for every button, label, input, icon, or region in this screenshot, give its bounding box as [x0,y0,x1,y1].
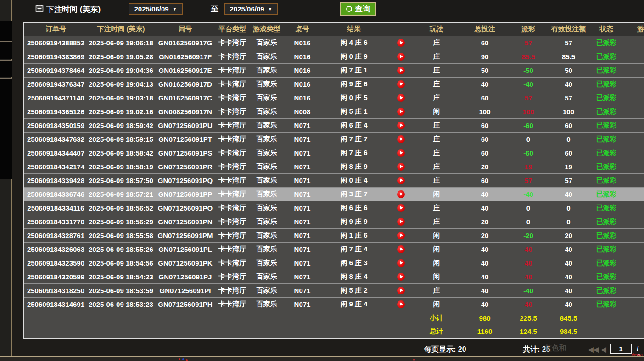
result-cell: 闲 9 庄 4 [319,297,388,311]
table-row[interactable]: 250609184326063 2025-06-09 18:55:26 GN07… [23,242,644,256]
total-payout: 124.5 [510,325,547,339]
pagination-prev-icon[interactable]: ◀ [601,345,606,354]
query-button-label: 查询 [355,4,370,14]
play-replay-icon[interactable] [397,80,405,88]
play-replay-icon[interactable] [397,94,405,102]
pagination-first-icon[interactable]: ◀◀ [588,345,599,354]
page-number-input[interactable] [610,344,632,354]
payout-cell: 57 [510,36,547,50]
replay-cell [388,173,414,187]
round-number-cell: GN071256091PT [154,132,216,146]
column-header: 订单号 [23,22,88,36]
table-row[interactable]: 250609194365126 2025-06-09 19:02:16 GN00… [23,105,644,118]
table-row[interactable]: 250609184318250 2025-06-09 18:53:59 GN07… [23,283,644,297]
play-replay-icon[interactable] [397,232,405,239]
table-row[interactable]: 250609184342174 2025-06-09 18:58:19 GN07… [23,160,644,173]
filter-label-text: 下注时间 (美东) [46,4,101,15]
total-bet-cell: 60 [459,91,510,105]
game-type-cell: 百家乐 [248,256,285,270]
bet-time-cell: 2025-06-09 19:06:18 [88,36,154,50]
table-number-cell: N071 [285,270,319,283]
total-bet-cell: 40 [459,77,510,91]
bet-time-cell: 2025-06-09 18:56:52 [88,201,154,215]
play-replay-icon[interactable] [397,163,405,171]
table-row[interactable]: 250609194378464 2025-06-09 19:04:36 GN01… [23,63,644,77]
table-row[interactable]: 250609184344407 2025-06-09 18:58:42 GN07… [23,146,644,160]
platform-type-cell: 卡卡湾厅 [216,242,248,256]
order-number-cell: 250609184328761 [23,228,88,242]
game-type-cell: 百家乐 [248,132,285,146]
play-replay-icon[interactable] [397,245,405,253]
table-row[interactable]: 250609184328761 2025-06-09 18:55:58 GN07… [23,228,644,242]
table-number-cell: N071 [285,215,319,228]
bet-time-cell: 2025-06-09 18:58:42 [88,146,154,160]
payout-cell: -60 [510,118,547,132]
play-replay-icon[interactable] [397,39,405,47]
order-number-cell: 250609194371140 [23,91,88,105]
play-replay-icon[interactable] [397,122,405,129]
table-row[interactable]: 250609184320599 2025-06-09 18:54:23 GN07… [23,270,644,283]
table-row[interactable]: 250609194376347 2025-06-09 19:04:13 GN01… [23,77,644,91]
play-replay-icon[interactable] [397,135,405,143]
empty-cell [23,325,414,339]
platform-type-cell: 卡卡湾厅 [216,105,248,118]
play-replay-icon[interactable] [397,53,405,61]
game-type-cell: 百家乐 [248,173,285,187]
status-cell: 已派彩 [590,228,622,242]
column-header [388,22,414,36]
play-replay-icon[interactable] [397,287,405,294]
table-row[interactable]: 250609194371140 2025-06-09 19:03:18 GN01… [23,91,644,105]
table-row[interactable]: 250609184336746 2025-06-09 18:57:21 GN07… [23,187,644,201]
query-button[interactable]: 查询 [340,2,376,16]
play-replay-icon[interactable] [397,67,405,74]
bet-time-cell: 2025-06-09 19:03:18 [88,91,154,105]
table-row[interactable]: 250609184350159 2025-06-09 18:59:42 GN07… [23,118,644,132]
roadmap-dot [186,359,188,361]
valid-bet-cell: 50 [547,63,590,77]
table-row[interactable]: 250609184331770 2025-06-09 18:56:29 GN07… [23,215,644,228]
date-from-picker[interactable]: 2025/06/09 ▼ [129,3,183,15]
status-cell: 已派彩 [590,201,622,215]
play-replay-icon[interactable] [397,218,405,226]
play-replay-icon[interactable] [397,190,405,198]
subtotal-label: 小计 [414,311,459,325]
table-row[interactable]: 250609184323590 2025-06-09 18:54:56 GN07… [23,256,644,270]
table-row[interactable]: 250609184347632 2025-06-09 18:59:15 GN07… [23,132,644,146]
game-extra-cell [622,160,644,173]
total-bet-cell: 20 [459,228,510,242]
play-replay-icon[interactable] [397,149,405,157]
order-number-cell: 250609184331770 [23,215,88,228]
game-extra-cell [622,173,644,187]
table-row[interactable]: 250609194388852 2025-06-09 19:06:18 GN01… [23,36,644,50]
replay-cell [388,283,414,297]
table-row[interactable]: 250609184334116 2025-06-09 18:56:52 GN07… [23,201,644,215]
play-replay-icon[interactable] [397,108,405,116]
replay-cell [388,160,414,173]
play-replay-icon[interactable] [397,273,405,281]
game-type-cell: 百家乐 [248,105,285,118]
payout-cell: 57 [510,91,547,105]
payout-cell: 40 [510,297,547,311]
table-number-cell: N071 [285,160,319,173]
column-header: 下注时间 (美东) [88,22,154,36]
date-to-picker[interactable]: 2025/06/09 ▼ [224,3,278,15]
table-row[interactable]: 250609194383869 2025-06-09 19:05:28 GN01… [23,50,644,63]
game-type-cell: 百家乐 [248,36,285,50]
game-extra-cell [622,146,644,160]
status-cell: 已派彩 [590,63,622,77]
table-row[interactable]: 250609184314691 2025-06-09 18:53:23 GN07… [23,297,644,311]
play-replay-icon[interactable] [397,300,405,308]
game-type-cell: 百家乐 [248,146,285,160]
valid-bet-cell: 40 [547,283,590,297]
status-cell: 已派彩 [590,256,622,270]
total-bet-cell: 20 [459,160,510,173]
play-replay-icon[interactable] [397,259,405,267]
play-replay-icon[interactable] [397,177,405,184]
round-number-cell: GN0082560917N [154,105,216,118]
play-replay-icon[interactable] [397,204,405,212]
bet-time-cell: 2025-06-09 18:57:21 [88,187,154,201]
round-number-cell: GN071256091PS [154,146,216,160]
table-row[interactable]: 250609184339428 2025-06-09 18:57:50 GN07… [23,173,644,187]
order-number-cell: 250609194378464 [23,63,88,77]
bet-time-cell: 2025-06-09 19:05:28 [88,50,154,63]
